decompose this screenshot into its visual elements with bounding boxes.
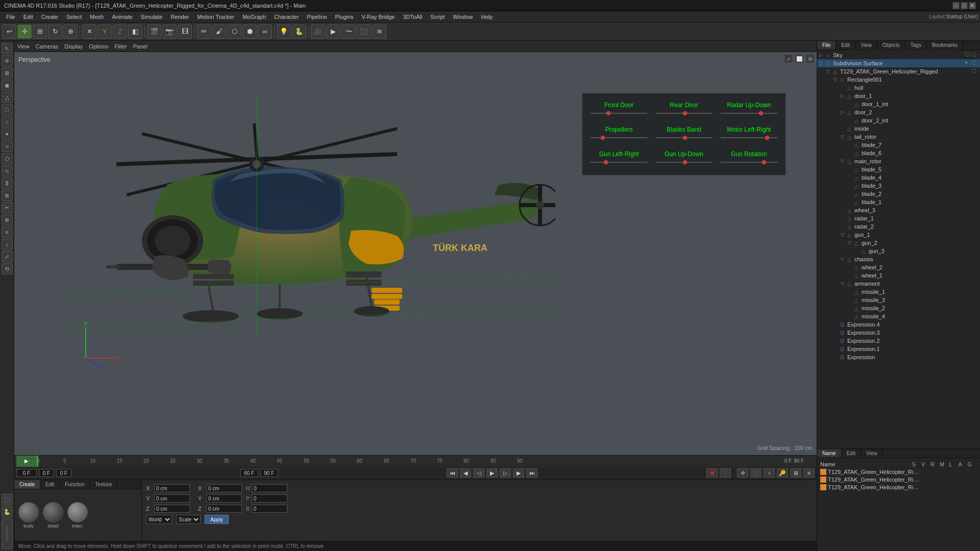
- tool-3[interactable]: ⊞: [2, 67, 13, 79]
- viewport-settings-icon[interactable]: ⚙: [805, 54, 815, 63]
- tree-item-blade5[interactable]: △ blade_5: [817, 165, 980, 173]
- tree-item-gun2[interactable]: ▽ △ gun_2: [817, 239, 980, 247]
- tree-item-blade3[interactable]: △ blade_3: [817, 182, 980, 190]
- tree-item-inside[interactable]: △ inside: [817, 124, 980, 133]
- tab-edit[interactable]: Edit: [836, 41, 855, 49]
- tool-17[interactable]: ↕: [2, 239, 13, 250]
- hud-rear-door-slider[interactable]: [655, 113, 712, 114]
- viewport-move-icon[interactable]: ⤢: [784, 54, 793, 63]
- new-object-button[interactable]: ✕: [82, 24, 96, 39]
- tool-select[interactable]: ↖: [2, 43, 13, 54]
- tab-objects[interactable]: Objects: [877, 41, 905, 49]
- tool-12[interactable]: $: [2, 178, 13, 189]
- tree-item-tailrotor[interactable]: ▽ △ tail_rotor: [817, 133, 980, 141]
- tab-texture[interactable]: Texture: [90, 480, 118, 489]
- scale-select[interactable]: Scale: [176, 515, 201, 524]
- next-frame-button[interactable]: ▶: [513, 468, 524, 478]
- tool-10[interactable]: ⬡: [2, 153, 13, 164]
- subdiv-render[interactable]: ◯: [972, 60, 978, 66]
- hud-blades-band[interactable]: Blades Band: [655, 126, 712, 142]
- record-button[interactable]: ⏺: [706, 468, 718, 478]
- anim-button2[interactable]: ⊞: [790, 468, 801, 478]
- material-interior[interactable]: [67, 502, 88, 522]
- python-button[interactable]: 🐍: [292, 24, 306, 39]
- frame-input-3[interactable]: [56, 469, 71, 477]
- object-mode-button[interactable]: ◧: [128, 24, 142, 39]
- menu-create[interactable]: Create: [37, 13, 62, 21]
- display-menu[interactable]: Display: [64, 43, 83, 49]
- tree-item-door1int[interactable]: △ door_1_int: [817, 100, 980, 108]
- hud-gun-updown[interactable]: Gun Up-Down: [655, 151, 712, 167]
- expand-armament[interactable]: ▽: [841, 281, 846, 286]
- prev-frame-button[interactable]: ◀: [460, 468, 471, 478]
- anim-button[interactable]: ▶: [326, 24, 340, 39]
- tree-item-missile1[interactable]: △ missile_1: [817, 288, 980, 296]
- hud-gun-leftright-slider[interactable]: [591, 162, 647, 163]
- tree-item-wheel2[interactable]: △ wheel_2: [817, 263, 980, 271]
- t129-vis[interactable]: ◯: [972, 68, 978, 74]
- close-button[interactable]: ✕: [969, 2, 976, 9]
- options-menu[interactable]: Options: [89, 43, 108, 49]
- record-config-button[interactable]: ?: [720, 468, 731, 478]
- menu-pipeline[interactable]: Pipeline: [303, 13, 331, 21]
- tool-5[interactable]: △: [2, 92, 13, 103]
- tree-item-armament[interactable]: ▽ △ armament: [817, 280, 980, 288]
- menu-select[interactable]: Select: [62, 13, 86, 21]
- tree-item-expr4[interactable]: Ω Expression.4: [817, 320, 980, 329]
- expand-gun2[interactable]: ▽: [848, 240, 853, 245]
- hud-gun-rotation-slider[interactable]: [721, 162, 777, 163]
- expand-subdivision[interactable]: ▽: [819, 61, 824, 66]
- coord-h-input[interactable]: [252, 484, 287, 492]
- tree-item-gun3[interactable]: △ gun_3: [817, 247, 980, 255]
- hud-gun-leftright[interactable]: Gun Left-Right: [591, 151, 647, 167]
- tool-4[interactable]: ◉: [2, 80, 13, 91]
- tab-create[interactable]: Create: [14, 480, 40, 489]
- tree-item-missile3[interactable]: △ missile_3: [817, 296, 980, 304]
- tool-layers[interactable]: ⬛: [2, 494, 13, 505]
- tree-item-door1[interactable]: ▷ △ door_1: [817, 92, 980, 100]
- render3-button[interactable]: 🎞: [178, 24, 192, 39]
- menu-simulate[interactable]: Simulate: [137, 13, 167, 21]
- panel-menu[interactable]: Panel: [133, 43, 148, 49]
- tab-edit[interactable]: Edit: [40, 480, 60, 489]
- tree-item-t129[interactable]: ▽ △ T129_ATAK_Green_Helicopter_Rigged ◯: [817, 67, 980, 76]
- expand-chassis[interactable]: ▽: [841, 257, 846, 262]
- hud-rear-door[interactable]: Rear Door: [655, 102, 712, 118]
- coord-z-input[interactable]: [154, 505, 190, 513]
- scene-tree[interactable]: ▷ ○ Sky ◯ ◯ ▽ ⬡ Subdivision Surface ●: [817, 50, 980, 448]
- timeline-btn[interactable]: ≡: [803, 468, 815, 478]
- motion-button[interactable]: 〜: [341, 24, 356, 39]
- tool-python[interactable]: 🐍: [2, 506, 13, 517]
- tree-item-door2int[interactable]: △ door_2_int: [817, 116, 980, 124]
- frame-input-5[interactable]: [260, 469, 278, 477]
- menu-window[interactable]: Window: [449, 13, 477, 21]
- menu-plugins[interactable]: Plugins: [331, 13, 358, 21]
- maximize-button[interactable]: □: [961, 2, 968, 9]
- tool-19[interactable]: ⟲: [2, 263, 13, 274]
- hud-motor-leftright-slider[interactable]: [721, 137, 777, 138]
- tool-16[interactable]: ≡: [2, 227, 13, 238]
- loop-button[interactable]: ∞: [258, 24, 272, 39]
- tree-item-blade6[interactable]: △ blade_6: [817, 149, 980, 157]
- hud-gun-updown-slider[interactable]: [655, 162, 712, 163]
- light-button[interactable]: 💡: [277, 24, 291, 39]
- filter-menu[interactable]: Filter: [114, 43, 127, 49]
- tree-item-subdivision[interactable]: ▽ ⬡ Subdivision Surface ● ◯: [817, 59, 980, 67]
- coord-yr-input[interactable]: [206, 494, 242, 503]
- coord-x-input[interactable]: [154, 484, 190, 492]
- tab-bookmarks[interactable]: Bookmarks: [927, 41, 963, 49]
- select2-button[interactable]: ⬢: [242, 24, 257, 39]
- menu-motion-tracker[interactable]: Motion Tracker: [193, 13, 238, 21]
- hud-radar-updown[interactable]: Radar Up-Down: [721, 102, 777, 118]
- menu-file[interactable]: File: [2, 13, 19, 21]
- hud-front-door-slider[interactable]: [591, 113, 647, 114]
- menu-animate[interactable]: Animate: [108, 13, 136, 21]
- motion-button[interactable]: ⬛: [750, 468, 762, 478]
- tree-item-expr1[interactable]: Ω Expression.1: [817, 345, 980, 353]
- menu-render[interactable]: Render: [166, 13, 193, 21]
- jump-end-button[interactable]: ⏭: [526, 468, 537, 478]
- tree-item-radar2[interactable]: △ radar_2: [817, 222, 980, 231]
- menu-edit[interactable]: Edit: [19, 13, 37, 21]
- timeline-play-indicator[interactable]: ▶: [16, 456, 37, 467]
- tree-item-expr3[interactable]: Ω Expression.3: [817, 329, 980, 337]
